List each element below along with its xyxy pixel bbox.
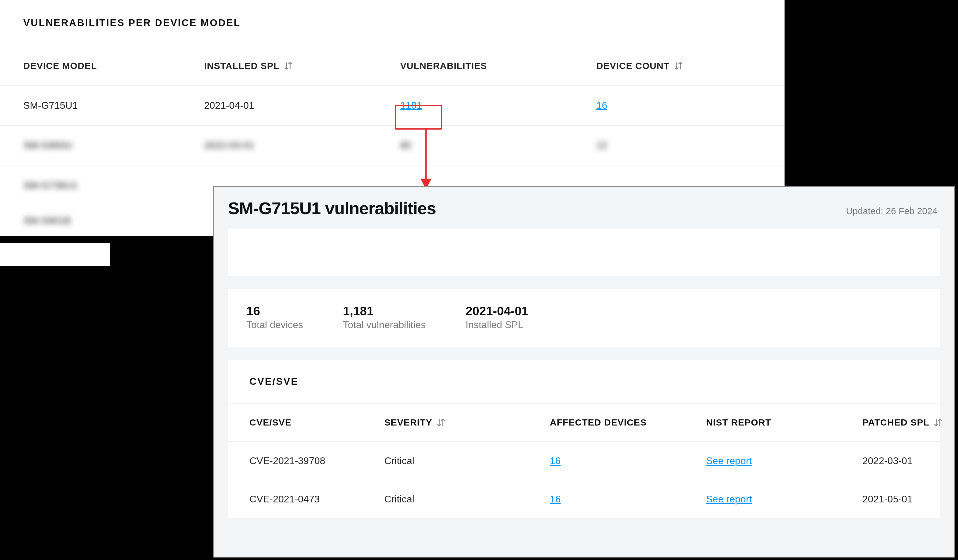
affected-devices-link[interactable]: 16 <box>550 455 561 466</box>
cve-section-title: CVE/SVE <box>228 360 940 403</box>
col-device-model[interactable]: DEVICE MODEL <box>23 61 204 71</box>
stat-installed-spl: 2021-04-01 Installed SPL <box>466 304 528 331</box>
col-patched[interactable]: PATCHED SPL <box>862 417 958 428</box>
cell-cve: CVE-2021-0473 <box>249 494 384 505</box>
cell-severity: Critical <box>384 455 550 467</box>
stat-label: Total vulnerabilities <box>343 319 426 331</box>
cell-severity: Critical <box>384 494 550 505</box>
stat-label: Total devices <box>246 319 303 331</box>
cell-blurred: SM-S901B <box>23 215 204 226</box>
cve-table-header: CVE/SVE SEVERITY AFFECTED DEVICES NIST R… <box>228 403 940 442</box>
nist-report-link[interactable]: See report <box>706 455 752 466</box>
cell-spl: 2021-04-01 <box>204 100 400 111</box>
cve-table-row: CVE-2021-39708 Critical 16 See report 20… <box>228 442 940 480</box>
col-vulnerabilities[interactable]: VULNERABILITIES <box>400 61 596 71</box>
sort-icon[interactable] <box>673 61 684 71</box>
col-nist-label: NIST REPORT <box>706 417 771 428</box>
device-vulnerabilities-detail-panel: SM-G715U1 vulnerabilities Updated: 26 Fe… <box>213 186 955 558</box>
cell-blurred: 12 <box>596 140 808 151</box>
white-overlay <box>0 243 110 266</box>
device-count-link[interactable]: 16 <box>596 100 607 111</box>
col-installed-spl[interactable]: INSTALLED SPL <box>204 61 400 71</box>
stat-label: Installed SPL <box>466 319 528 331</box>
cve-card: CVE/SVE CVE/SVE SEVERITY AFFECTED DEVICE… <box>228 360 940 518</box>
stat-value: 16 <box>246 304 303 318</box>
col-cve-label: CVE/SVE <box>249 417 292 428</box>
cve-table-row: CVE-2021-0473 Critical 16 See report 202… <box>228 480 940 518</box>
col-affected[interactable]: AFFECTED DEVICES <box>550 417 706 428</box>
cell-model: SM-G715U1 <box>23 100 204 111</box>
nist-report-link[interactable]: See report <box>706 494 752 505</box>
stat-value: 2021-04-01 <box>466 304 528 318</box>
cell-patched: 2021-05-01 <box>862 494 958 505</box>
detail-title: SM-G715U1 vulnerabilities <box>228 198 436 218</box>
empty-card <box>228 229 940 276</box>
models-table-row-blurred: SM-G950U 2022-03-01 80 12 <box>0 126 785 165</box>
col-affected-label: AFFECTED DEVICES <box>550 417 647 428</box>
affected-devices-link[interactable]: 16 <box>550 494 561 505</box>
models-table-row: SM-G715U1 2021-04-01 1181 16 <box>0 86 785 126</box>
stat-total-devices: 16 Total devices <box>246 304 303 331</box>
detail-updated: Updated: 26 Feb 2024 <box>846 206 937 216</box>
col-installed-spl-label: INSTALLED SPL <box>204 61 279 71</box>
col-vulnerabilities-label: VULNERABILITIES <box>400 61 487 71</box>
col-device-count-label: DEVICE COUNT <box>596 61 669 71</box>
col-severity[interactable]: SEVERITY <box>384 417 550 428</box>
cell-patched: 2022-03-01 <box>862 455 958 467</box>
models-table-header: DEVICE MODEL INSTALLED SPL VULNERABILITI… <box>0 46 785 86</box>
col-device-count[interactable]: DEVICE COUNT <box>596 61 808 71</box>
stat-value: 1,181 <box>343 304 426 318</box>
cell-blurred: SM-G736U1 <box>23 180 204 191</box>
stats-card: 16 Total devices 1,181 Total vulnerabili… <box>228 289 940 347</box>
sort-icon[interactable] <box>436 417 446 428</box>
cell-blurred: 2022-03-01 <box>204 140 400 151</box>
vulnerabilities-link[interactable]: 1181 <box>400 100 422 111</box>
col-device-model-label: DEVICE MODEL <box>23 61 97 71</box>
cell-blurred: 80 <box>400 140 596 151</box>
col-patched-label: PATCHED SPL <box>862 417 929 428</box>
sort-icon[interactable] <box>283 61 293 71</box>
cell-cve: CVE-2021-39708 <box>249 455 384 467</box>
panel-title: VULNERABILITIES PER DEVICE MODEL <box>0 0 785 46</box>
sort-icon[interactable] <box>933 417 943 428</box>
col-nist[interactable]: NIST REPORT <box>706 417 862 428</box>
col-cve[interactable]: CVE/SVE <box>249 417 384 428</box>
cell-blurred: SM-G950U <box>23 140 204 151</box>
col-severity-label: SEVERITY <box>384 417 432 428</box>
stat-total-vulns: 1,181 Total vulnerabilities <box>343 304 426 331</box>
